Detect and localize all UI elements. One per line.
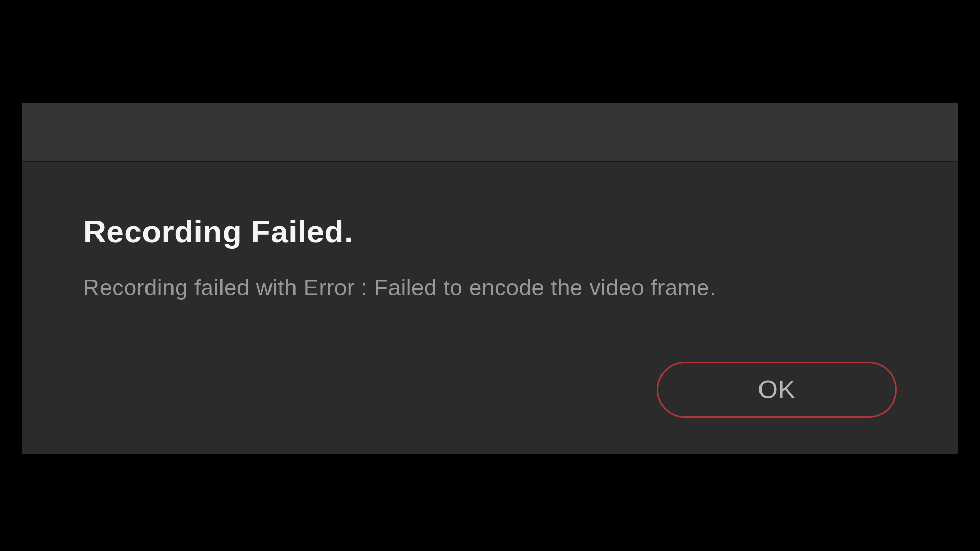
ok-button[interactable]: OK xyxy=(657,362,897,418)
error-dialog: Recording Failed. Recording failed with … xyxy=(22,103,958,454)
dialog-titlebar xyxy=(22,103,958,162)
dialog-heading: Recording Failed. xyxy=(83,213,897,249)
dialog-message: Recording failed with Error : Failed to … xyxy=(83,275,897,300)
dialog-body: Recording Failed. Recording failed with … xyxy=(22,162,958,454)
dialog-actions: OK xyxy=(83,362,897,418)
